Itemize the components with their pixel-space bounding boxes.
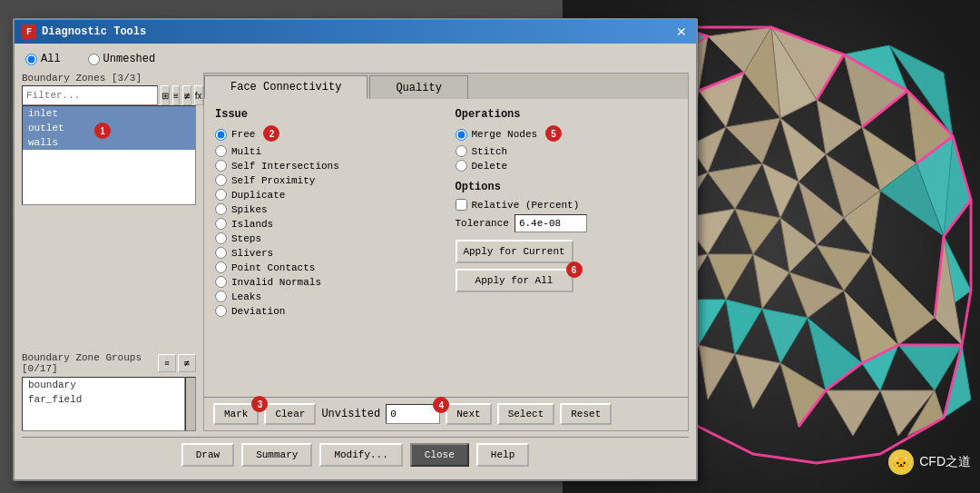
issue-radio-point-contacts[interactable] xyxy=(215,261,227,273)
group-list-item[interactable]: far_field xyxy=(23,392,184,407)
issue-option-invalid-normals[interactable]: Invalid Normals xyxy=(215,276,437,288)
mark-button[interactable]: Mark xyxy=(213,403,259,425)
issue-option-steps[interactable]: Steps xyxy=(215,232,437,244)
issue-option-deviation[interactable]: Deviation xyxy=(215,305,437,317)
group-icon-btn-1[interactable]: ≡ xyxy=(158,354,176,372)
close-button[interactable]: Close xyxy=(410,443,469,467)
op-radio-delete[interactable] xyxy=(456,160,467,172)
op-label-merge: Merge Nodes xyxy=(472,129,538,140)
issue-option-self-proximity[interactable]: Self Proximity xyxy=(215,174,437,186)
tab-face-connectivity[interactable]: Face Connectivity xyxy=(204,75,368,99)
unmeshed-radio[interactable] xyxy=(88,54,100,65)
options-title: Options xyxy=(456,181,678,193)
op-option-delete[interactable]: Delete xyxy=(456,160,678,172)
unmeshed-radio-label[interactable]: Unmeshed xyxy=(88,53,156,65)
list-item[interactable]: walls xyxy=(23,135,195,150)
list-item[interactable]: inlet xyxy=(23,106,195,121)
cfd-logo-icon: 🐱 xyxy=(888,449,914,475)
issue-radio-multi[interactable] xyxy=(215,145,227,157)
issue-radio-leaks[interactable] xyxy=(215,291,227,302)
relative-percent-option[interactable]: Relative (Percent) xyxy=(456,199,678,211)
group-list[interactable]: boundary far_field xyxy=(22,377,185,431)
unvisited-input[interactable] xyxy=(386,404,440,424)
filter-input[interactable] xyxy=(22,85,158,105)
relative-percent-checkbox[interactable] xyxy=(456,199,467,211)
unmeshed-radio-text: Unmeshed xyxy=(103,53,156,65)
filter-icon-btn-4[interactable]: fx xyxy=(194,85,203,105)
group-header-row: Boundary Zone Groups [0/17] ≡ ≢ xyxy=(22,352,196,374)
issue-radio-self-intersections[interactable] xyxy=(215,160,227,172)
tab-bottom-bar: Mark 3 Clear Unvisited 4 Next Select Res… xyxy=(204,397,688,430)
draw-button[interactable]: Draw xyxy=(181,443,234,467)
all-radio[interactable] xyxy=(25,54,37,65)
select-button[interactable]: Select xyxy=(497,403,555,425)
op-radio-stitch[interactable] xyxy=(456,145,467,157)
unvisited-container: 4 xyxy=(386,404,440,424)
annotation-badge-2: 2 xyxy=(263,125,279,142)
issue-radio-islands[interactable] xyxy=(215,218,227,230)
op-option-merge[interactable]: Merge Nodes 5 xyxy=(456,126,678,143)
dialog-body: All Unmeshed Boundary Zones [3/3] ⊞ ≡ xyxy=(15,44,696,479)
issue-option-duplicate[interactable]: Duplicate xyxy=(215,189,437,201)
issue-radio-spikes[interactable] xyxy=(215,203,227,215)
issue-option-leaks[interactable]: Leaks xyxy=(215,291,437,302)
filter-icon-btn-1[interactable]: ⊞ xyxy=(161,85,170,105)
issue-radio-deviation[interactable] xyxy=(215,305,227,317)
op-radio-merge[interactable] xyxy=(456,129,467,141)
operations-group: Operations Merge Nodes 5 Stitch xyxy=(456,108,678,172)
issue-label-spikes: Spikes xyxy=(231,204,268,215)
modify-button[interactable]: Modify... xyxy=(319,443,402,467)
issue-option-point-contacts[interactable]: Point Contacts xyxy=(215,261,437,273)
summary-button[interactable]: Summary xyxy=(241,443,312,467)
issue-label-steps: Steps xyxy=(231,233,261,244)
issue-radio-duplicate[interactable] xyxy=(215,189,227,201)
issue-radio-slivers[interactable] xyxy=(215,247,227,259)
apply-all-container: Apply for All 6 xyxy=(456,269,573,298)
help-button[interactable]: Help xyxy=(476,443,529,467)
filter-icon-btn-3[interactable]: ≢ xyxy=(182,85,191,105)
issue-radio-self-proximity[interactable] xyxy=(215,174,227,186)
issue-option-free[interactable]: Free 2 xyxy=(215,126,437,143)
issue-radio-free[interactable] xyxy=(215,129,227,141)
group-icon-btn-2[interactable]: ≢ xyxy=(178,354,196,372)
issue-label-point-contacts: Point Contacts xyxy=(231,262,315,273)
clear-button[interactable]: Clear xyxy=(264,403,316,425)
groups-label: Boundary Zone Groups [0/17] xyxy=(22,352,158,374)
radio-row-top: All Unmeshed xyxy=(22,51,689,67)
relative-percent-label: Relative (Percent) xyxy=(472,200,580,211)
issue-option-slivers[interactable]: Slivers xyxy=(215,247,437,259)
boundary-zones-list[interactable]: inlet outlet walls xyxy=(22,105,196,205)
close-icon[interactable]: ✕ xyxy=(674,25,689,39)
issue-radio-steps[interactable] xyxy=(215,232,227,244)
issue-option-islands[interactable]: Islands xyxy=(215,218,437,230)
tabs-row: Face Connectivity Quality xyxy=(204,74,688,99)
issue-radio-invalid-normals[interactable] xyxy=(215,276,227,288)
issue-option-self-intersections[interactable]: Self Intersections xyxy=(215,160,437,172)
app-icon: F xyxy=(22,25,36,39)
next-button[interactable]: Next xyxy=(446,403,491,425)
boundary-zone-groups-section: Boundary Zone Groups [0/17] ≡ ≢ boundary… xyxy=(22,352,196,431)
list-item[interactable]: outlet xyxy=(23,121,195,135)
scrollbar[interactable] xyxy=(185,377,196,431)
group-list-item[interactable]: boundary xyxy=(23,378,184,392)
filter-icon-btn-2[interactable]: ≡ xyxy=(172,85,180,105)
tab-quality[interactable]: Quality xyxy=(369,75,467,99)
all-radio-label[interactable]: All xyxy=(25,53,61,65)
apply-current-button[interactable]: Apply for Current xyxy=(456,240,573,263)
filter-row: ⊞ ≡ ≢ fx ◎ xyxy=(22,85,196,105)
apply-all-button[interactable]: Apply for All xyxy=(456,269,573,292)
title-bar-left: F Diagnostic Tools xyxy=(22,25,146,39)
main-content-wrapper: Boundary Zones [3/3] ⊞ ≡ ≢ fx ◎ inlet ou… xyxy=(22,73,689,431)
boundary-zones-section: Boundary Zones [3/3] ⊞ ≡ ≢ fx ◎ inlet ou… xyxy=(22,73,196,205)
issue-label-free: Free xyxy=(231,129,255,140)
issue-option-spikes[interactable]: Spikes xyxy=(215,203,437,215)
reset-button[interactable]: Reset xyxy=(560,403,612,425)
tolerance-input[interactable] xyxy=(514,214,587,232)
diagnostic-tools-dialog: F Diagnostic Tools ✕ All Unmeshed xyxy=(13,18,698,481)
issue-label-invalid-normals: Invalid Normals xyxy=(231,277,321,288)
cfd-text: CFD之道 xyxy=(919,454,971,470)
issue-option-multi[interactable]: Multi xyxy=(215,145,437,157)
op-option-stitch[interactable]: Stitch xyxy=(456,145,678,157)
group-icon-buttons: ≡ ≢ xyxy=(158,354,196,372)
ops-options-section: Operations Merge Nodes 5 Stitch xyxy=(456,108,678,388)
